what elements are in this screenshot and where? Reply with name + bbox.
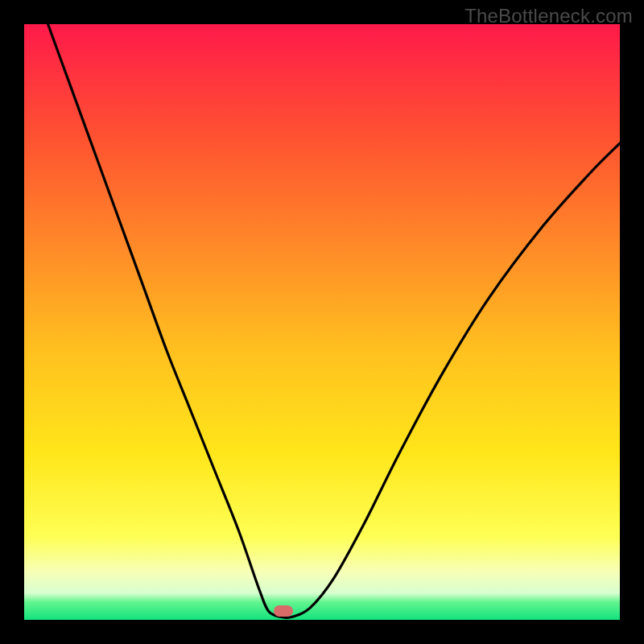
bottleneck-curve-path (48, 24, 620, 617)
chart-frame: TheBottleneck.com (0, 0, 644, 644)
watermark-text: TheBottleneck.com (464, 5, 633, 27)
plot-area (24, 24, 620, 620)
curve-svg (24, 24, 620, 620)
optimum-marker (274, 605, 293, 617)
